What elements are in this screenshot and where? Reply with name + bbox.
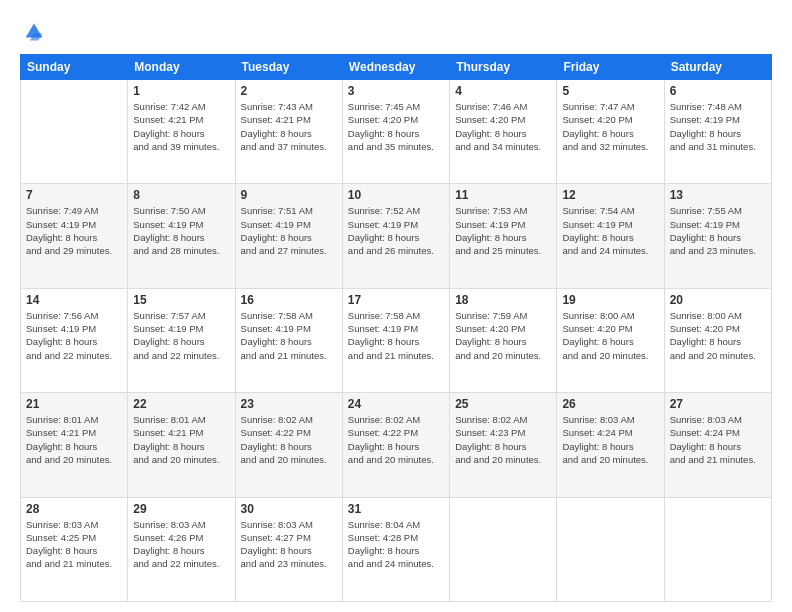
day-info: Sunrise: 8:01 AMSunset: 4:21 PMDaylight:… bbox=[26, 413, 122, 466]
col-header-wednesday: Wednesday bbox=[342, 55, 449, 80]
sunset-text: Sunset: 4:20 PM bbox=[670, 322, 766, 335]
daylight-line1: Daylight: 8 hours bbox=[26, 440, 122, 453]
day-number: 12 bbox=[562, 188, 658, 202]
daylight-line2: and and 31 minutes. bbox=[670, 140, 766, 153]
day-number: 7 bbox=[26, 188, 122, 202]
day-info: Sunrise: 8:02 AMSunset: 4:22 PMDaylight:… bbox=[241, 413, 337, 466]
day-number: 5 bbox=[562, 84, 658, 98]
header bbox=[20, 18, 772, 46]
calendar-week-row: 21Sunrise: 8:01 AMSunset: 4:21 PMDayligh… bbox=[21, 393, 772, 497]
day-info: Sunrise: 8:00 AMSunset: 4:20 PMDaylight:… bbox=[562, 309, 658, 362]
sunset-text: Sunset: 4:20 PM bbox=[455, 113, 551, 126]
daylight-line1: Daylight: 8 hours bbox=[241, 231, 337, 244]
calendar-cell: 19Sunrise: 8:00 AMSunset: 4:20 PMDayligh… bbox=[557, 288, 664, 392]
daylight-line2: and and 23 minutes. bbox=[670, 244, 766, 257]
col-header-thursday: Thursday bbox=[450, 55, 557, 80]
day-info: Sunrise: 7:50 AMSunset: 4:19 PMDaylight:… bbox=[133, 204, 229, 257]
daylight-line1: Daylight: 8 hours bbox=[133, 440, 229, 453]
calendar-cell: 24Sunrise: 8:02 AMSunset: 4:22 PMDayligh… bbox=[342, 393, 449, 497]
day-number: 13 bbox=[670, 188, 766, 202]
daylight-line1: Daylight: 8 hours bbox=[241, 440, 337, 453]
daylight-line2: and and 32 minutes. bbox=[562, 140, 658, 153]
day-info: Sunrise: 7:52 AMSunset: 4:19 PMDaylight:… bbox=[348, 204, 444, 257]
daylight-line2: and and 25 minutes. bbox=[455, 244, 551, 257]
day-number: 23 bbox=[241, 397, 337, 411]
sunrise-text: Sunrise: 7:54 AM bbox=[562, 204, 658, 217]
day-info: Sunrise: 7:57 AMSunset: 4:19 PMDaylight:… bbox=[133, 309, 229, 362]
daylight-line1: Daylight: 8 hours bbox=[26, 335, 122, 348]
day-info: Sunrise: 8:02 AMSunset: 4:22 PMDaylight:… bbox=[348, 413, 444, 466]
calendar-cell: 12Sunrise: 7:54 AMSunset: 4:19 PMDayligh… bbox=[557, 184, 664, 288]
calendar-week-row: 1Sunrise: 7:42 AMSunset: 4:21 PMDaylight… bbox=[21, 80, 772, 184]
day-number: 1 bbox=[133, 84, 229, 98]
calendar-cell: 31Sunrise: 8:04 AMSunset: 4:28 PMDayligh… bbox=[342, 497, 449, 601]
daylight-line2: and and 27 minutes. bbox=[241, 244, 337, 257]
calendar-cell bbox=[664, 497, 771, 601]
day-number: 27 bbox=[670, 397, 766, 411]
day-number: 8 bbox=[133, 188, 229, 202]
daylight-line2: and and 24 minutes. bbox=[562, 244, 658, 257]
day-info: Sunrise: 7:58 AMSunset: 4:19 PMDaylight:… bbox=[241, 309, 337, 362]
daylight-line2: and and 37 minutes. bbox=[241, 140, 337, 153]
day-number: 11 bbox=[455, 188, 551, 202]
daylight-line2: and and 34 minutes. bbox=[455, 140, 551, 153]
day-number: 24 bbox=[348, 397, 444, 411]
day-info: Sunrise: 8:01 AMSunset: 4:21 PMDaylight:… bbox=[133, 413, 229, 466]
daylight-line1: Daylight: 8 hours bbox=[241, 544, 337, 557]
sunset-text: Sunset: 4:19 PM bbox=[670, 113, 766, 126]
daylight-line2: and and 22 minutes. bbox=[26, 349, 122, 362]
day-number: 28 bbox=[26, 502, 122, 516]
sunset-text: Sunset: 4:24 PM bbox=[670, 426, 766, 439]
day-number: 26 bbox=[562, 397, 658, 411]
day-number: 6 bbox=[670, 84, 766, 98]
day-info: Sunrise: 8:04 AMSunset: 4:28 PMDaylight:… bbox=[348, 518, 444, 571]
day-number: 18 bbox=[455, 293, 551, 307]
sunrise-text: Sunrise: 8:04 AM bbox=[348, 518, 444, 531]
day-number: 21 bbox=[26, 397, 122, 411]
sunrise-text: Sunrise: 7:45 AM bbox=[348, 100, 444, 113]
col-header-tuesday: Tuesday bbox=[235, 55, 342, 80]
daylight-line2: and and 29 minutes. bbox=[26, 244, 122, 257]
daylight-line2: and and 21 minutes. bbox=[670, 453, 766, 466]
daylight-line2: and and 20 minutes. bbox=[241, 453, 337, 466]
daylight-line1: Daylight: 8 hours bbox=[133, 335, 229, 348]
daylight-line1: Daylight: 8 hours bbox=[348, 231, 444, 244]
sunset-text: Sunset: 4:19 PM bbox=[26, 322, 122, 335]
day-info: Sunrise: 7:47 AMSunset: 4:20 PMDaylight:… bbox=[562, 100, 658, 153]
sunset-text: Sunset: 4:22 PM bbox=[241, 426, 337, 439]
daylight-line1: Daylight: 8 hours bbox=[670, 335, 766, 348]
sunrise-text: Sunrise: 7:46 AM bbox=[455, 100, 551, 113]
daylight-line1: Daylight: 8 hours bbox=[241, 127, 337, 140]
daylight-line1: Daylight: 8 hours bbox=[348, 544, 444, 557]
day-number: 4 bbox=[455, 84, 551, 98]
daylight-line2: and and 20 minutes. bbox=[133, 453, 229, 466]
day-info: Sunrise: 8:03 AMSunset: 4:24 PMDaylight:… bbox=[670, 413, 766, 466]
sunset-text: Sunset: 4:20 PM bbox=[348, 113, 444, 126]
daylight-line1: Daylight: 8 hours bbox=[562, 127, 658, 140]
sunrise-text: Sunrise: 8:03 AM bbox=[562, 413, 658, 426]
sunrise-text: Sunrise: 7:52 AM bbox=[348, 204, 444, 217]
sunrise-text: Sunrise: 8:01 AM bbox=[26, 413, 122, 426]
day-info: Sunrise: 7:54 AMSunset: 4:19 PMDaylight:… bbox=[562, 204, 658, 257]
sunrise-text: Sunrise: 7:42 AM bbox=[133, 100, 229, 113]
calendar-cell: 3Sunrise: 7:45 AMSunset: 4:20 PMDaylight… bbox=[342, 80, 449, 184]
sunrise-text: Sunrise: 8:01 AM bbox=[133, 413, 229, 426]
daylight-line1: Daylight: 8 hours bbox=[562, 440, 658, 453]
sunset-text: Sunset: 4:19 PM bbox=[670, 218, 766, 231]
sunset-text: Sunset: 4:19 PM bbox=[133, 218, 229, 231]
day-info: Sunrise: 7:45 AMSunset: 4:20 PMDaylight:… bbox=[348, 100, 444, 153]
day-info: Sunrise: 7:53 AMSunset: 4:19 PMDaylight:… bbox=[455, 204, 551, 257]
day-number: 17 bbox=[348, 293, 444, 307]
sunrise-text: Sunrise: 7:49 AM bbox=[26, 204, 122, 217]
daylight-line2: and and 20 minutes. bbox=[562, 453, 658, 466]
calendar-cell: 16Sunrise: 7:58 AMSunset: 4:19 PMDayligh… bbox=[235, 288, 342, 392]
calendar-week-row: 28Sunrise: 8:03 AMSunset: 4:25 PMDayligh… bbox=[21, 497, 772, 601]
daylight-line1: Daylight: 8 hours bbox=[562, 231, 658, 244]
daylight-line1: Daylight: 8 hours bbox=[133, 127, 229, 140]
sunset-text: Sunset: 4:19 PM bbox=[455, 218, 551, 231]
day-info: Sunrise: 8:03 AMSunset: 4:27 PMDaylight:… bbox=[241, 518, 337, 571]
day-number: 15 bbox=[133, 293, 229, 307]
calendar-cell: 9Sunrise: 7:51 AMSunset: 4:19 PMDaylight… bbox=[235, 184, 342, 288]
calendar-cell: 20Sunrise: 8:00 AMSunset: 4:20 PMDayligh… bbox=[664, 288, 771, 392]
day-info: Sunrise: 7:55 AMSunset: 4:19 PMDaylight:… bbox=[670, 204, 766, 257]
